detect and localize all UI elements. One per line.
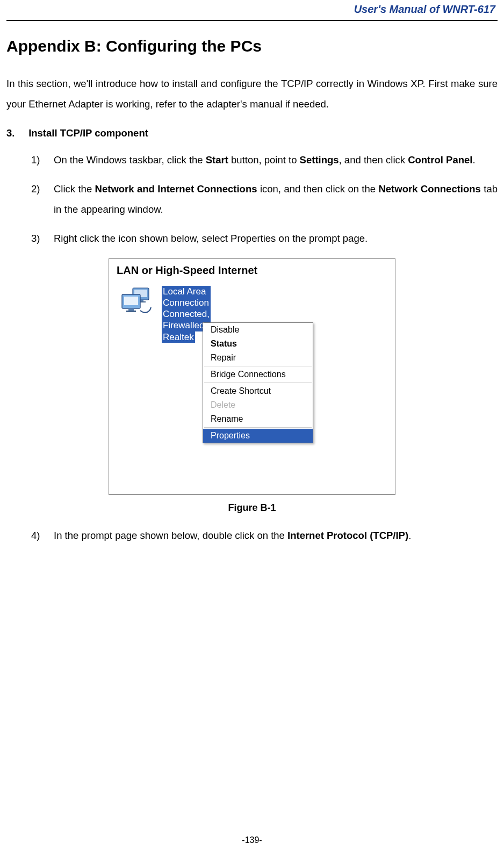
- menu-properties[interactable]: Properties: [203, 429, 313, 443]
- header-divider: [6, 20, 498, 21]
- connection-adapter: Realtek: [162, 331, 195, 343]
- appendix-title: Appendix B: Configuring the PCs: [6, 37, 498, 55]
- svg-rect-7: [126, 311, 136, 312]
- xp-network-window: LAN or High-Speed Internet: [109, 258, 395, 495]
- network-connection-icon: [120, 287, 154, 317]
- step-text: .: [408, 530, 411, 541]
- menu-delete: Delete: [203, 398, 313, 412]
- menu-separator: [204, 366, 312, 366]
- menu-status[interactable]: Status: [203, 337, 313, 351]
- page-number: -139-: [0, 835, 504, 845]
- xp-section-title: LAN or High-Speed Internet: [109, 259, 395, 280]
- step-text: icon, and then click on the: [257, 183, 379, 194]
- bold-text: Settings: [300, 154, 339, 165]
- step-number: 3): [31, 228, 40, 249]
- menu-separator: [204, 427, 312, 428]
- step-number: 4): [31, 525, 40, 546]
- step-1: 1) On the Windows taskbar, click the Sta…: [31, 150, 498, 170]
- section-heading: 3. Install TCP/IP component: [6, 127, 498, 139]
- step-text: On the Windows taskbar, click the: [54, 154, 206, 165]
- step-text: button, point to: [228, 154, 300, 165]
- running-header: User's Manual of WNRT-617: [6, 0, 498, 20]
- bold-text: Control Panel: [408, 154, 472, 165]
- bold-text: Start: [206, 154, 228, 165]
- bold-text: Internet Protocol (TCP/IP): [287, 530, 408, 541]
- section-title: Install TCP/IP component: [28, 127, 148, 139]
- document-page: User's Manual of WNRT-617 Appendix B: Co…: [0, 0, 504, 858]
- step-number: 1): [31, 150, 40, 170]
- step-2: 2) Click the Network and Internet Connec…: [31, 179, 498, 220]
- menu-shortcut[interactable]: Create Shortcut: [203, 384, 313, 398]
- step-4: 4) In the prompt page shown below, doubl…: [31, 525, 498, 546]
- intro-paragraph: In this section, we'll introduce how to …: [6, 74, 498, 114]
- context-menu: Disable Status Repair Bridge Connections…: [203, 322, 313, 443]
- section-number: 3.: [6, 127, 26, 139]
- menu-separator: [204, 383, 312, 383]
- step-list: 1) On the Windows taskbar, click the Sta…: [6, 150, 498, 249]
- step-3: 3) Right click the icon shown below, sel…: [31, 228, 498, 249]
- step-number: 2): [31, 179, 40, 199]
- svg-rect-6: [128, 308, 134, 311]
- bold-text: Network Connections: [378, 183, 480, 194]
- step-text: .: [472, 154, 475, 165]
- figure-caption: Figure B-1: [6, 502, 498, 514]
- step-text: Right click the icon shown below, select…: [54, 233, 368, 244]
- figure-wrapper: LAN or High-Speed Internet: [6, 258, 498, 495]
- menu-bridge[interactable]: Bridge Connections: [203, 367, 313, 381]
- menu-disable[interactable]: Disable: [203, 323, 313, 337]
- svg-rect-5: [124, 297, 138, 305]
- menu-rename[interactable]: Rename: [203, 412, 313, 426]
- bold-text: Network and Internet Connections: [95, 183, 257, 194]
- step-list-2: 4) In the prompt page shown below, doubl…: [6, 525, 498, 546]
- menu-repair[interactable]: Repair: [203, 351, 313, 365]
- step-text: , and then click: [339, 154, 408, 165]
- connection-name: Local Area Connection: [162, 286, 211, 309]
- step-text: Click the: [54, 183, 95, 194]
- step-text: In the prompt page shown below, double c…: [54, 530, 287, 541]
